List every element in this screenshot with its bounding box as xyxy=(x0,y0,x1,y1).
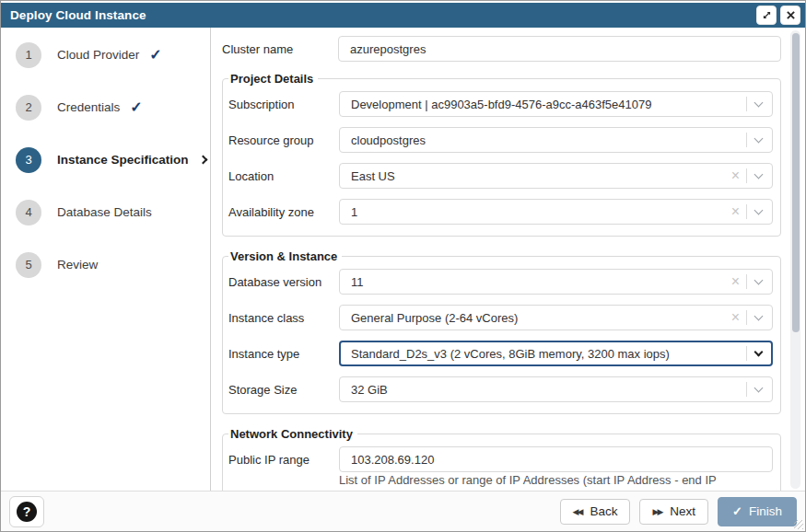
footer-actions: ◀◀ Back ▶▶ Next ✓ Finish xyxy=(560,497,797,526)
select-separator xyxy=(746,274,747,289)
dialog-title: Deploy Cloud Instance xyxy=(10,8,753,22)
version-and-instance-section: Version & Instance Database version 11 ×… xyxy=(222,249,781,414)
chevron-down-icon[interactable] xyxy=(754,206,764,215)
storage-size-dropdown[interactable]: 32 GiB xyxy=(339,376,773,402)
instance-specification-form: Cluster name Project Details Subscriptio… xyxy=(211,28,805,491)
back-arrows-icon: ◀◀ xyxy=(573,507,584,516)
resize-grip[interactable] xyxy=(794,520,803,529)
location-row: Location East US × xyxy=(228,163,773,189)
select-separator xyxy=(746,204,747,219)
instance-class-row: Instance class General Purpose (2-64 vCo… xyxy=(228,305,773,330)
location-value: East US xyxy=(351,169,731,183)
maximize-button[interactable] xyxy=(756,6,777,25)
resource-group-label: Resource group xyxy=(228,133,339,147)
storage-size-label: Storage Size xyxy=(228,383,339,397)
next-arrows-icon: ▶▶ xyxy=(652,507,663,516)
step-label: Credentials xyxy=(57,100,120,114)
scrollbar-thumb[interactable] xyxy=(792,33,800,332)
cluster-name-label: Cluster name xyxy=(222,42,338,56)
maximize-icon xyxy=(762,10,772,20)
select-separator xyxy=(746,133,747,147)
availability-zone-dropdown[interactable]: 1 × xyxy=(339,199,773,225)
location-dropdown[interactable]: East US × xyxy=(339,163,773,189)
step-cloud-provider[interactable]: 1 Cloud Provider ✓ xyxy=(1,29,210,81)
network-connectivity-section: Network Connectivity Public IP range Lis… xyxy=(222,427,781,491)
step-label: Instance Specification xyxy=(57,153,189,167)
database-version-row: Database version 11 × xyxy=(228,269,773,295)
check-icon: ✓ xyxy=(732,504,742,518)
step-label: Review xyxy=(57,258,98,272)
chevron-down-icon[interactable] xyxy=(754,276,764,285)
project-details-legend: Project Details xyxy=(228,72,318,86)
location-label: Location xyxy=(228,169,339,183)
chevron-down-icon[interactable] xyxy=(754,312,764,321)
database-version-value: 11 xyxy=(351,275,731,289)
select-separator xyxy=(746,97,747,111)
subscription-dropdown[interactable]: Development | ac9903a5-bfd9-4576-a9cc-a4… xyxy=(339,91,773,117)
help-button[interactable]: ? xyxy=(9,496,44,527)
chevron-right-icon xyxy=(198,156,207,165)
resource-group-value: cloudpostgres xyxy=(351,133,746,147)
chevron-down-icon[interactable] xyxy=(754,98,764,108)
subscription-row: Subscription Development | ac9903a5-bfd9… xyxy=(228,91,773,117)
chevron-down-icon[interactable] xyxy=(754,134,764,144)
clear-icon[interactable]: × xyxy=(731,310,740,325)
public-ip-range-label: Public IP range xyxy=(228,453,339,467)
cluster-name-row: Cluster name xyxy=(222,36,781,62)
clear-icon[interactable]: × xyxy=(731,274,740,289)
version-and-instance-legend: Version & Instance xyxy=(228,249,342,263)
back-button-label: Back xyxy=(590,504,617,518)
help-icon: ? xyxy=(17,502,37,522)
step-database-details[interactable]: 4 Database Details xyxy=(1,186,210,238)
back-button[interactable]: ◀◀ Back xyxy=(560,499,631,525)
subscription-label: Subscription xyxy=(228,98,339,111)
resource-group-row: Resource group cloudpostgres xyxy=(228,127,773,153)
next-button-label: Next xyxy=(670,504,695,518)
dialog-footer: ? ◀◀ Back ▶▶ Next ✓ Finish xyxy=(1,491,805,531)
instance-type-label: Instance type xyxy=(228,347,339,361)
instance-class-dropdown[interactable]: General Purpose (2-64 vCores) × xyxy=(339,305,773,330)
check-icon: ✓ xyxy=(130,98,142,116)
step-instance-specification[interactable]: 3 Instance Specification xyxy=(1,133,210,186)
cluster-name-input[interactable] xyxy=(338,36,781,62)
database-version-label: Database version xyxy=(228,275,339,289)
close-icon xyxy=(787,11,795,19)
step-review[interactable]: 5 Review xyxy=(1,238,210,291)
check-icon: ✓ xyxy=(149,46,161,64)
step-credentials[interactable]: 2 Credentials ✓ xyxy=(1,81,210,133)
clear-icon[interactable]: × xyxy=(731,204,740,219)
deploy-cloud-instance-dialog: Deploy Cloud Instance 1 Cloud Pr xyxy=(0,0,806,532)
instance-class-label: Instance class xyxy=(228,311,339,325)
select-separator xyxy=(746,382,747,397)
network-connectivity-legend: Network Connectivity xyxy=(228,427,357,441)
instance-class-value: General Purpose (2-64 vCores) xyxy=(351,311,731,325)
chevron-down-icon[interactable] xyxy=(754,384,764,393)
availability-zone-label: Availability zone xyxy=(228,205,339,219)
vertical-scrollbar[interactable] xyxy=(790,30,800,489)
step-number-badge: 3 xyxy=(16,147,41,173)
dialog-titlebar[interactable]: Deploy Cloud Instance xyxy=(1,3,805,28)
public-ip-range-help-text: List of IP Addresses or range of IP Addr… xyxy=(339,473,773,487)
instance-type-dropdown[interactable]: Standard_D2s_v3 (2 vCores, 8GiB memory, … xyxy=(339,341,773,366)
clear-icon[interactable]: × xyxy=(731,168,740,183)
close-button[interactable] xyxy=(780,6,800,25)
instance-type-value: Standard_D2s_v3 (2 vCores, 8GiB memory, … xyxy=(351,347,746,361)
next-button[interactable]: ▶▶ Next xyxy=(639,499,708,525)
chevron-down-icon[interactable] xyxy=(754,170,764,179)
select-separator xyxy=(746,346,747,361)
public-ip-range-row: Public IP range xyxy=(228,446,773,472)
step-number-badge: 2 xyxy=(16,95,41,121)
availability-zone-value: 1 xyxy=(351,205,731,219)
step-number-badge: 5 xyxy=(16,252,41,278)
step-number-badge: 1 xyxy=(16,42,41,68)
subscription-value: Development | ac9903a5-bfd9-4576-a9cc-a4… xyxy=(351,98,746,111)
database-version-dropdown[interactable]: 11 × xyxy=(339,269,773,295)
step-label: Database Details xyxy=(57,205,152,219)
storage-size-value: 32 GiB xyxy=(351,383,746,397)
resource-group-dropdown[interactable]: cloudpostgres xyxy=(339,127,773,153)
finish-button[interactable]: ✓ Finish xyxy=(718,497,797,526)
public-ip-range-input[interactable] xyxy=(339,446,773,472)
storage-size-row: Storage Size 32 GiB xyxy=(228,376,773,402)
wizard-steps-sidebar: 1 Cloud Provider ✓ 2 Credentials ✓ 3 Ins… xyxy=(1,28,211,491)
chevron-down-icon[interactable] xyxy=(754,348,764,357)
